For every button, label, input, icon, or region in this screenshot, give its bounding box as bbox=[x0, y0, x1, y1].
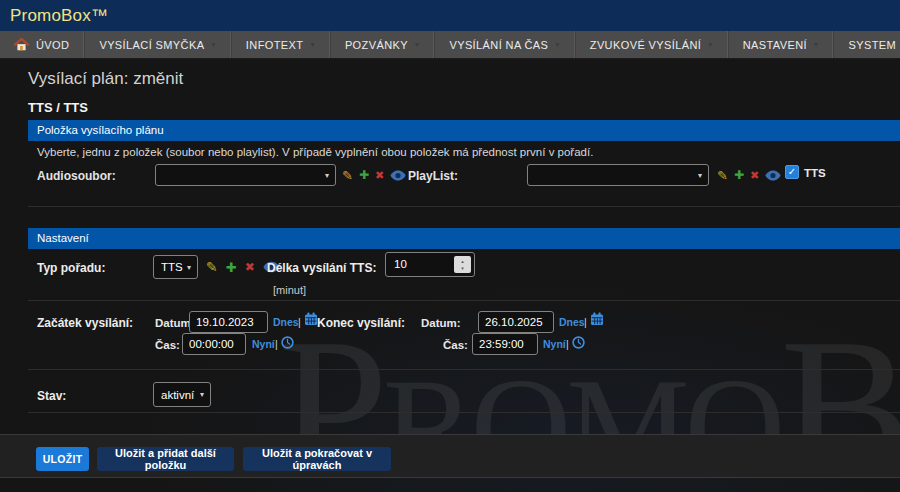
view-icon[interactable] bbox=[765, 170, 781, 181]
tts-duration-value: 10 bbox=[394, 253, 407, 276]
nav-item-vysilaci-smycka[interactable]: VYSÍLACÍ SMYČKA ▾ bbox=[84, 31, 230, 58]
chevron-down-icon: ▾ bbox=[211, 40, 215, 49]
nav-item-label: NASTAVENÍ bbox=[743, 39, 807, 51]
program-type-label: Typ pořadu: bbox=[37, 261, 105, 275]
audiofile-label: Audiosoubor: bbox=[37, 169, 116, 183]
page-subtitle: TTS / TTS bbox=[28, 100, 88, 115]
chevron-down-icon: ▾ bbox=[325, 171, 329, 180]
chevron-down-icon: ▾ bbox=[200, 390, 204, 399]
clock-icon[interactable] bbox=[281, 335, 294, 353]
divider bbox=[28, 300, 900, 301]
section-title: Nastavení bbox=[37, 232, 89, 244]
end-date-label: Datum: bbox=[421, 317, 461, 329]
footer-action-bar: ULOŽIT Uložit a přidat další položku Ulo… bbox=[0, 434, 900, 478]
plan-hint: Vyberte, jednu z položek (soubor nebo pl… bbox=[37, 146, 593, 158]
nav-item-label: ZVUKOVÉ VYSÍLÁNÍ bbox=[590, 39, 702, 51]
chevron-down-icon: ▾ bbox=[555, 40, 559, 49]
page-title: Vysílací plán: změnit bbox=[28, 69, 183, 89]
promobox-app: PromoBox™ ÚVOD VYSÍLACÍ SMYČKA ▾ INFOTEX… bbox=[0, 0, 900, 492]
section-header-settings: Nastavení bbox=[28, 228, 900, 249]
nav-item-zvukove-vysilani[interactable]: ZVUKOVÉ VYSÍLÁNÍ ▾ bbox=[575, 31, 728, 58]
home-icon bbox=[14, 38, 29, 51]
tts-checkbox[interactable]: ✓ bbox=[785, 165, 799, 179]
start-time-now-link[interactable]: Nyní bbox=[252, 338, 275, 350]
nav-item-infotext[interactable]: INFOTEXT ▾ bbox=[231, 31, 330, 58]
calendar-icon[interactable] bbox=[590, 312, 604, 330]
duration-unit-label: [minut] bbox=[273, 284, 306, 296]
start-time-input[interactable] bbox=[182, 333, 246, 355]
nav-item-label: VYSÍLÁNÍ NA ČAS bbox=[449, 39, 548, 51]
chevron-down-icon: ▾ bbox=[187, 263, 191, 272]
check-icon: ✓ bbox=[788, 166, 796, 177]
link-separator: | bbox=[566, 338, 569, 350]
nav-item-label: POZVÁNKY bbox=[345, 39, 408, 51]
chevron-down-icon: ▾ bbox=[708, 40, 712, 49]
section-header-plan: Položka vysílacího plánu bbox=[28, 120, 900, 141]
start-date-today-link[interactable]: Dnes bbox=[273, 316, 299, 328]
nav-item-label: ÚVOD bbox=[36, 39, 69, 51]
content-area: PromoBox Vysílací plán: změnit TTS / TTS… bbox=[0, 59, 900, 492]
chevron-down-icon: ▾ bbox=[698, 171, 702, 180]
delete-icon[interactable]: ✖ bbox=[750, 169, 759, 182]
step-down-icon[interactable]: ▾ bbox=[461, 265, 464, 272]
edit-icon[interactable]: ✎ bbox=[717, 168, 728, 183]
program-type-value: TTS bbox=[161, 261, 183, 273]
save-and-add-button[interactable]: Uložit a přidat další položku bbox=[97, 447, 234, 471]
edit-icon[interactable]: ✎ bbox=[206, 259, 218, 275]
number-stepper[interactable]: ▴ ▾ bbox=[454, 256, 471, 273]
clock-icon[interactable] bbox=[572, 335, 585, 353]
chevron-down-icon: ▾ bbox=[814, 40, 818, 49]
nav-item-vysilani-na-cas[interactable]: VYSÍLÁNÍ NA ČAS ▾ bbox=[434, 31, 574, 58]
tts-duration-input[interactable]: 10 ▴ ▾ bbox=[385, 252, 475, 277]
brand-title: PromoBox™ bbox=[10, 0, 108, 31]
divider bbox=[28, 412, 900, 413]
section-title: Položka vysílacího plánu bbox=[37, 124, 164, 136]
tts-checkbox-label: TTS bbox=[804, 167, 826, 179]
start-time-label: Čas: bbox=[155, 339, 180, 351]
divider bbox=[28, 369, 900, 370]
add-icon[interactable]: ✚ bbox=[734, 168, 744, 182]
end-date-input[interactable] bbox=[478, 311, 554, 333]
end-date-today-link[interactable]: Dnes bbox=[559, 316, 585, 328]
end-time-now-link[interactable]: Nyní bbox=[543, 338, 566, 350]
playlist-select[interactable]: ▾ bbox=[527, 164, 709, 186]
status-label: Stav: bbox=[37, 389, 66, 403]
divider bbox=[28, 206, 900, 207]
status-select-value: aktivní bbox=[161, 389, 194, 401]
audiofile-actions: ✎ ✚ ✖ bbox=[342, 164, 406, 186]
chevron-down-icon: ▾ bbox=[415, 40, 419, 49]
delete-icon[interactable]: ✖ bbox=[245, 260, 255, 274]
save-and-continue-button[interactable]: Uložit a pokračovat v úpravách bbox=[243, 447, 391, 471]
link-separator: | bbox=[275, 338, 278, 350]
link-separator: | bbox=[298, 316, 301, 328]
link-separator: | bbox=[584, 316, 587, 328]
nav-item-label: SYSTEM bbox=[848, 39, 896, 51]
edit-icon[interactable]: ✎ bbox=[342, 168, 353, 183]
save-button[interactable]: ULOŽIT bbox=[36, 447, 89, 471]
main-nav: ÚVOD VYSÍLACÍ SMYČKA ▾ INFOTEXT ▾ POZVÁN… bbox=[0, 31, 900, 59]
nav-item-uvod[interactable]: ÚVOD bbox=[0, 31, 84, 58]
start-broadcast-label: Začátek vysílání: bbox=[37, 316, 133, 330]
audiofile-select[interactable]: ▾ bbox=[155, 164, 336, 186]
calendar-icon[interactable] bbox=[304, 312, 318, 330]
end-broadcast-label: Konec vysílání: bbox=[317, 316, 405, 330]
add-icon[interactable]: ✚ bbox=[226, 260, 237, 275]
program-type-select[interactable]: TTS ▾ bbox=[153, 255, 198, 279]
nav-item-label: INFOTEXT bbox=[246, 39, 304, 51]
add-icon[interactable]: ✚ bbox=[359, 168, 369, 182]
end-time-input[interactable] bbox=[472, 333, 538, 355]
end-time-label: Čas: bbox=[443, 339, 468, 351]
nav-item-nastaveni[interactable]: NASTAVENÍ ▾ bbox=[728, 31, 834, 58]
view-icon[interactable] bbox=[390, 170, 406, 181]
chevron-down-icon: ▾ bbox=[310, 40, 314, 49]
nav-item-system[interactable]: SYSTEM ▾ bbox=[833, 31, 900, 58]
status-select[interactable]: aktivní ▾ bbox=[153, 382, 211, 407]
step-up-icon[interactable]: ▴ bbox=[461, 258, 464, 265]
playlist-label: PlayList: bbox=[408, 169, 458, 183]
nav-item-label: VYSÍLACÍ SMYČKA bbox=[99, 39, 204, 51]
playlist-actions: ✎ ✚ ✖ bbox=[717, 164, 781, 186]
nav-item-pozvanky[interactable]: POZVÁNKY ▾ bbox=[330, 31, 435, 58]
start-date-input[interactable] bbox=[189, 311, 268, 333]
tts-duration-label: Délka vysílání TTS: bbox=[267, 261, 376, 275]
delete-icon[interactable]: ✖ bbox=[375, 169, 384, 182]
